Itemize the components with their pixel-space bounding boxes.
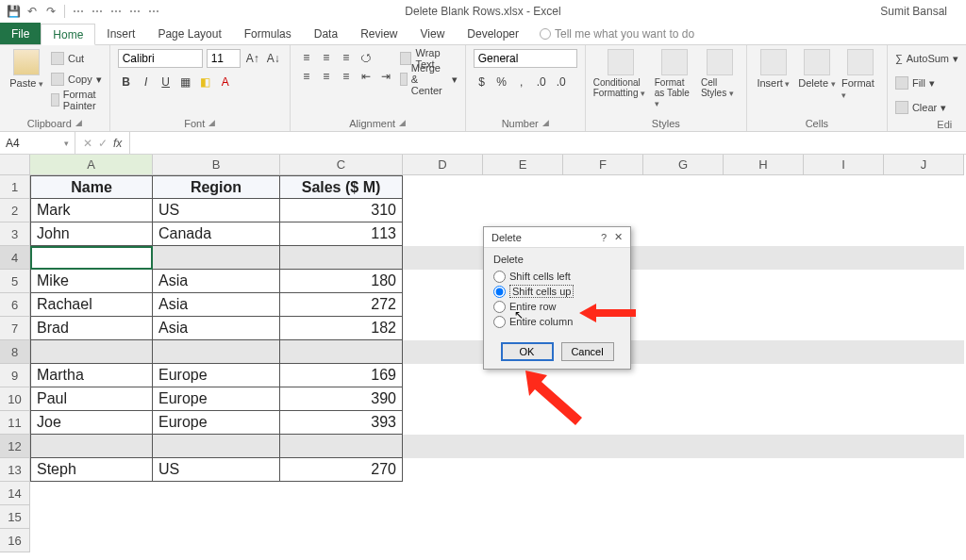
col-header-h[interactable]: H xyxy=(724,155,804,175)
number-format-select[interactable] xyxy=(474,49,577,68)
row-header[interactable]: 9 xyxy=(0,364,30,387)
cell-name[interactable]: Rachael xyxy=(30,293,153,317)
col-header-g[interactable]: G xyxy=(643,155,724,175)
cell-region[interactable]: US xyxy=(153,199,280,222)
qat-icon[interactable]: ⋯ xyxy=(90,4,105,19)
name-box[interactable]: A4 ▾ xyxy=(0,132,75,154)
qat-icon[interactable]: ⋯ xyxy=(71,4,86,19)
row-header[interactable]: 13 xyxy=(0,458,30,482)
merge-center-button[interactable]: Merge & Center ▾ xyxy=(400,70,458,89)
tab-developer[interactable]: Developer xyxy=(456,23,530,44)
decrease-decimal-icon[interactable]: .0 xyxy=(553,74,570,91)
align-bottom-icon[interactable]: ≡ xyxy=(338,49,355,66)
radio-entire-column[interactable]: Entire column xyxy=(493,314,621,329)
cell-region[interactable]: US xyxy=(153,458,280,482)
cell-name[interactable]: Mark xyxy=(30,199,153,222)
dialog-titlebar[interactable]: Delete ? ✕ xyxy=(484,227,630,248)
cut-button[interactable]: Cut xyxy=(51,49,102,68)
cell-region[interactable] xyxy=(153,340,280,364)
row-header[interactable]: 6 xyxy=(0,293,30,317)
dialog-launcher-icon[interactable]: ◢ xyxy=(75,118,82,129)
cell-name[interactable]: Joe xyxy=(30,411,153,435)
cancel-button[interactable]: Cancel xyxy=(561,342,614,361)
decrease-indent-icon[interactable]: ⇤ xyxy=(358,68,375,85)
cell-sales[interactable]: 393 xyxy=(280,411,403,435)
fill-button[interactable]: Fill ▾ xyxy=(895,74,935,92)
col-header-j[interactable]: J xyxy=(884,155,964,175)
italic-button[interactable]: I xyxy=(138,74,155,91)
formula-input[interactable] xyxy=(130,132,966,154)
row-header[interactable]: 4 xyxy=(0,246,30,270)
format-as-table-button[interactable]: Format as Table xyxy=(655,49,695,108)
cancel-icon[interactable]: ✕ xyxy=(83,137,92,150)
copy-button[interactable]: Copy ▾ xyxy=(51,70,102,89)
tab-review[interactable]: Review xyxy=(349,23,408,44)
clear-button[interactable]: Clear ▾ xyxy=(895,98,946,117)
cell-styles-button[interactable]: Cell Styles xyxy=(701,49,739,98)
row-header[interactable]: 12 xyxy=(0,435,30,458)
row-header[interactable]: 2 xyxy=(0,199,30,222)
select-all-button[interactable] xyxy=(0,155,30,175)
font-size-select[interactable] xyxy=(207,49,241,68)
cell-sales[interactable]: 169 xyxy=(280,364,403,387)
cell-sales[interactable] xyxy=(280,435,403,458)
cell-region[interactable]: Asia xyxy=(153,293,280,317)
increase-font-icon[interactable]: A↑ xyxy=(244,50,261,67)
paste-button[interactable]: Paste xyxy=(8,49,45,89)
row-header[interactable]: 10 xyxy=(0,387,30,411)
cell-region[interactable]: Canada xyxy=(153,222,280,246)
fx-icon[interactable]: fx xyxy=(113,137,122,150)
align-middle-icon[interactable]: ≡ xyxy=(318,49,335,66)
decrease-font-icon[interactable]: A↓ xyxy=(265,50,282,67)
cell-name[interactable]: Paul xyxy=(30,387,153,411)
tab-home[interactable]: Home xyxy=(41,24,95,45)
row-header[interactable]: 11 xyxy=(0,411,30,435)
radio-shift-up[interactable]: Shift cells up xyxy=(493,284,621,299)
cell-sales[interactable]: 182 xyxy=(280,317,403,340)
font-name-select[interactable] xyxy=(118,49,203,68)
enter-icon[interactable]: ✓ xyxy=(98,137,108,150)
cell-sales[interactable]: 390 xyxy=(280,387,403,411)
percent-icon[interactable]: % xyxy=(493,74,510,91)
increase-indent-icon[interactable]: ⇥ xyxy=(377,68,394,85)
fill-color-button[interactable]: ◧ xyxy=(197,74,214,91)
tab-data[interactable]: Data xyxy=(303,23,349,44)
table-head-region[interactable]: Region xyxy=(153,175,280,199)
row-header[interactable]: 7 xyxy=(0,317,30,340)
undo-icon[interactable]: ↶ xyxy=(25,4,40,19)
radio-entire-row[interactable]: Entire row xyxy=(493,299,621,314)
cell-sales[interactable] xyxy=(280,246,403,270)
cell-sales[interactable]: 180 xyxy=(280,270,403,293)
tab-view[interactable]: View xyxy=(409,23,457,44)
cell-sales[interactable]: 113 xyxy=(280,222,403,246)
autosum-button[interactable]: ∑ AutoSum ▾ xyxy=(895,49,958,68)
cell-name[interactable]: John xyxy=(30,222,153,246)
col-header-b[interactable]: B xyxy=(153,155,280,175)
cell-sales[interactable]: 272 xyxy=(280,293,403,317)
cell-name[interactable] xyxy=(30,340,153,364)
delete-cells-button[interactable]: Delete xyxy=(798,49,836,89)
comma-icon[interactable]: , xyxy=(513,74,530,91)
cell-region[interactable]: Europe xyxy=(153,387,280,411)
increase-decimal-icon[interactable]: .0 xyxy=(533,74,550,91)
dialog-launcher-icon[interactable]: ◢ xyxy=(399,118,406,129)
border-button[interactable]: ▦ xyxy=(177,74,194,91)
cell-region[interactable]: Asia xyxy=(153,317,280,340)
col-header-i[interactable]: I xyxy=(804,155,884,175)
row-header[interactable]: 14 xyxy=(0,482,30,505)
tab-file[interactable]: File xyxy=(0,23,41,44)
cell-region[interactable]: Europe xyxy=(153,411,280,435)
close-icon[interactable]: ✕ xyxy=(614,231,623,243)
row-header[interactable]: 5 xyxy=(0,270,30,293)
align-left-icon[interactable]: ≡ xyxy=(298,68,315,85)
qat-icon[interactable]: ⋯ xyxy=(146,4,161,19)
bold-button[interactable]: B xyxy=(118,74,135,91)
col-header-c[interactable]: C xyxy=(280,155,403,175)
conditional-formatting-button[interactable]: Conditional Formatting xyxy=(593,49,649,98)
cell-name[interactable] xyxy=(30,435,153,458)
row-header[interactable]: 15 xyxy=(0,505,30,529)
underline-button[interactable]: U xyxy=(158,74,175,91)
row-header[interactable]: 3 xyxy=(0,222,30,246)
col-header-e[interactable]: E xyxy=(483,155,563,175)
row-header[interactable]: 8 xyxy=(0,340,30,364)
